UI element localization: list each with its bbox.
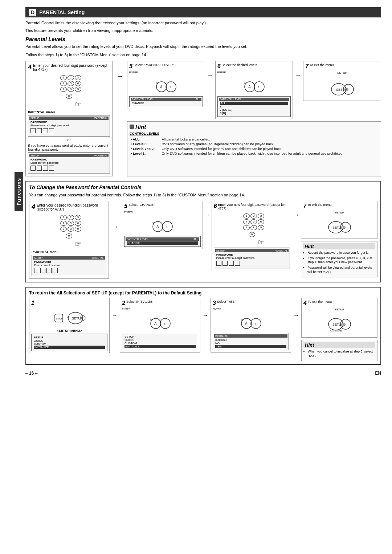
hint-label-all: • ALL:	[130, 137, 161, 142]
hint-text-8: DVD softwares of any grades (adult/gener…	[161, 142, 379, 146]
hint-text-all: All parental locks are cancelled.	[161, 137, 379, 142]
step6-parental: 6 Select the desired levels ENTER A or ↕	[215, 61, 293, 119]
password-boxes-c6	[216, 261, 288, 266]
step5-screen-left: PARENTAL LEVEL	[132, 98, 153, 101]
svg-text:or: or	[156, 82, 159, 84]
step3r-title: Select "YES"	[217, 300, 236, 304]
parental-levels-area: 4 Enter your desired four-digit password…	[25, 61, 381, 176]
step5c-enter: ENTER	[124, 211, 201, 213]
hint-title: Hint	[130, 124, 379, 130]
hint-reset: Hint When you cancel to initialize at st…	[301, 340, 377, 361]
step1r-remote: STOP → SETUP	[31, 309, 107, 327]
password-boxes-1	[30, 128, 107, 133]
parental-levels-title: Parental Levels	[25, 36, 381, 42]
step2r-remote: A or ↕	[122, 313, 198, 331]
screen1-header-left: SETUP	[30, 117, 39, 119]
arrow-c4-5: →	[110, 212, 121, 231]
intro-line1: Parental Control limits the disc viewing…	[25, 20, 381, 26]
step7c-number: 7	[303, 203, 306, 209]
screen-c1-left: SETUP	[34, 257, 42, 259]
step1-reset: 1 STOP → SETUP	[29, 298, 110, 353]
step5-number: 5	[129, 63, 132, 70]
arrow-r2-3: →	[203, 298, 208, 319]
step3r-enter: ENTER	[213, 308, 289, 310]
hint-reset-item1: When you cancel to initialize at step 3,…	[308, 350, 375, 358]
step4-parental: 4 Enter your desired four-digit password…	[25, 61, 113, 176]
step5-title: Select "PARENTAL LEVEL"	[134, 63, 173, 67]
step2-reset: 2 Select INITIALIZE ENTER A or ↕ SETUP	[120, 298, 200, 353]
screen2-row2: Enter current password.	[30, 161, 107, 164]
hint-change-password: Hint Record the password in case you for…	[301, 241, 377, 277]
svg-text:A: A	[245, 322, 248, 326]
svg-text:SETUP: SETUP	[332, 323, 343, 326]
svg-text:↕: ↕	[254, 322, 256, 326]
step2r-number: 2	[122, 300, 125, 306]
hint-change-item1: Record the password in case you forget i…	[307, 251, 375, 255]
step7-parental: 7 To exit the menu SETUP SETUP ⌾	[303, 61, 381, 101]
step6-remote: A or ↕	[217, 76, 291, 94]
hint-change-item3: Password will be cleared and parental le…	[307, 266, 375, 274]
hint-text-1: Only DVD softwares intended for children…	[161, 151, 379, 156]
step5c-screen-row1: CHANGE	[127, 241, 198, 245]
step3r-remote: A or ↕	[213, 313, 289, 331]
hint-label-1: • Level 1:	[130, 151, 161, 156]
step5-enter: ENTER	[129, 71, 203, 74]
parental-menu-label: PARENTAL menu	[28, 110, 110, 114]
step6-enter: ENTER	[217, 71, 291, 74]
step5-screen-right: ALL	[196, 98, 200, 101]
step4r-number: 4	[303, 300, 307, 306]
screen1-header-right: PARENTAL	[94, 117, 107, 119]
step6c-screen: SETUP PARENTAL PASSWORD Please enter a 4…	[214, 248, 290, 269]
key-7: 7	[60, 87, 67, 92]
password-boxes-2	[30, 166, 107, 171]
step6-number: 6	[217, 63, 221, 70]
key-9: 9	[75, 87, 81, 92]
screen-mockup-1: SETUP PARENTAL PASSWORD Please enter a 4…	[28, 115, 110, 137]
screen1-row2: Please enter a 4-digit password.	[30, 124, 107, 127]
step4r-title: To exit the menu	[308, 300, 332, 304]
section-letter: D	[29, 9, 36, 16]
step3r-header: INITIALIZE	[215, 335, 228, 337]
step4-note: If you have set a password already, ente…	[28, 143, 110, 151]
svg-text:⌾: ⌾	[343, 224, 346, 230]
step4r-remote: SETUP ⌾ x2 (twice)	[303, 313, 375, 333]
screen1-row1: PASSWORD	[30, 121, 107, 124]
step5c-title: Select "CHANGE"	[128, 203, 155, 207]
svg-text:A: A	[248, 85, 251, 89]
reset-title: To return the All Selections of SET UP (…	[29, 290, 377, 296]
step6-screen: PARENTAL LEVEL ALL 8 7 [NC-17] 6 [R]	[217, 96, 291, 117]
key-2: 2	[68, 75, 74, 80]
svg-text:or: or	[150, 318, 153, 321]
arrow-4-5: →	[115, 72, 125, 176]
step6c-number: 6	[214, 203, 217, 209]
section-title: PARENTAL Setting	[39, 9, 85, 15]
step3r-number: 3	[213, 300, 216, 306]
screen2-header-right: PARENTAL	[94, 154, 107, 157]
change-password-section: To Change the Password for Parental Cont…	[25, 181, 381, 282]
screen-mockup-2: SETUP PARENTAL PASSWORD Enter current pa…	[28, 152, 110, 174]
hint-reset-list: When you cancel to initialize at step 3,…	[303, 350, 375, 358]
key-5: 5	[68, 81, 74, 86]
step4r-setup: SETUP	[303, 308, 375, 311]
finger-icon-3: ☞	[258, 238, 264, 247]
step4-title: Enter your desired four-digit password (…	[33, 64, 110, 72]
hint-change-title: Hint	[303, 243, 375, 249]
hint-row-all: • ALL: All parental locks are cancelled.	[130, 137, 379, 142]
numpad-change6: 1 2 3 4 5 6 7 8 9	[243, 213, 264, 230]
change-parental-menu-label: PARENTAL menu	[32, 250, 106, 254]
hint-parental-levels: Hint CONTROL LEVELS • ALL: All parental …	[127, 121, 381, 176]
svg-text:⌾: ⌾	[346, 86, 348, 92]
bottom-row: 1 STOP → SETUP	[29, 298, 377, 361]
svg-text:or: or	[152, 221, 155, 224]
hint-label-72: • Levels 7 to 2:	[130, 146, 161, 151]
screen-c1-right: PARENTAL	[91, 257, 104, 259]
step3r-screen: INITIALIZE Initialize? NO YES	[213, 333, 289, 350]
step6-row-8: 8	[220, 105, 289, 108]
hint-text-72: Only DVD softwares intended for general …	[161, 146, 379, 151]
arrow-c6-7: →	[294, 201, 299, 218]
step2r-enter: ENTER	[122, 308, 198, 310]
step6-screen-header: PARENTAL LEVEL	[220, 98, 241, 101]
svg-text:x2 (twice): x2 (twice)	[330, 329, 342, 332]
step6c-title: Enter your new four-digit password (exce…	[218, 203, 290, 210]
step7-title: To exit the menu	[310, 63, 334, 67]
